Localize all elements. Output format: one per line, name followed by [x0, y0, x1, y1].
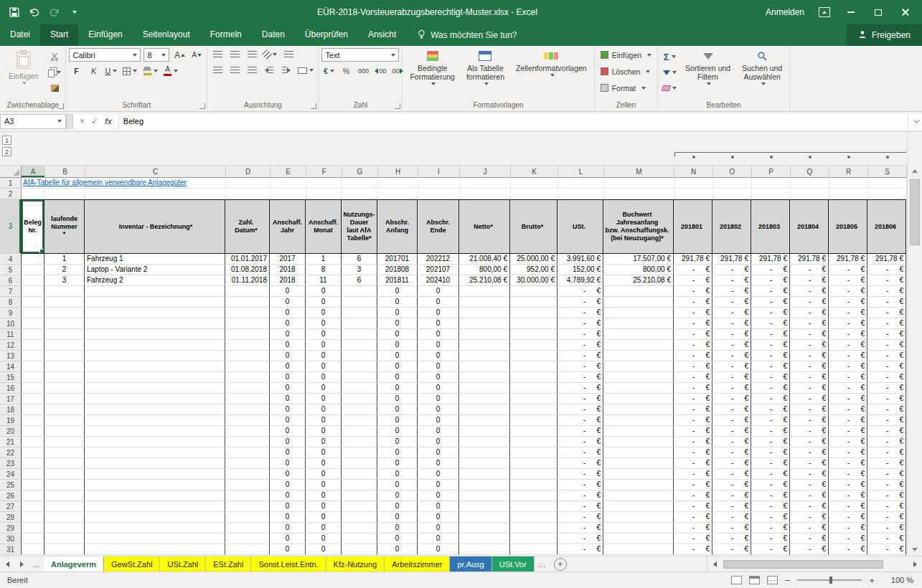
cell-R25[interactable]: -€	[829, 480, 867, 490]
cell-K27[interactable]	[510, 501, 558, 512]
cell-D24[interactable]	[225, 469, 270, 480]
cell-Q13[interactable]: -€	[790, 351, 829, 361]
cell-H21[interactable]: 0	[377, 437, 418, 447]
cell-G3[interactable]: Nutzungs- Dauer laut AfA Tabelle*	[342, 199, 377, 254]
tell-me-search[interactable]: Was möchten Sie tun?	[418, 24, 517, 46]
cell-O17[interactable]: -€	[712, 394, 751, 404]
cell-R4[interactable]: 291,78 €	[829, 254, 867, 265]
cell-B20[interactable]	[44, 426, 85, 437]
fill-color-button[interactable]	[141, 65, 159, 77]
cell-M15[interactable]	[603, 372, 674, 383]
cell-F6[interactable]: 11	[306, 275, 342, 286]
cell-C19[interactable]	[85, 415, 225, 426]
cell-F20[interactable]: 0	[306, 426, 342, 437]
cell-A14[interactable]	[21, 361, 44, 372]
cell-A2[interactable]	[22, 189, 45, 199]
minimize-button[interactable]	[845, 6, 857, 19]
cell-A10[interactable]	[21, 318, 44, 329]
cell-A7[interactable]	[21, 286, 44, 297]
cell-Q21[interactable]: -€	[790, 437, 829, 447]
cell-E21[interactable]: 0	[270, 437, 306, 447]
cell-J13[interactable]	[459, 351, 510, 361]
cell-G18[interactable]	[342, 404, 377, 415]
cell-H12[interactable]: 0	[377, 340, 418, 351]
cell-K15[interactable]	[510, 372, 558, 383]
cell-N14[interactable]: -€	[674, 361, 712, 372]
cell-K30[interactable]	[510, 534, 558, 544]
cell-P5[interactable]: -€	[751, 265, 790, 275]
row-header-1[interactable]: 1	[0, 178, 22, 189]
cell-Q7[interactable]: -€	[790, 286, 829, 297]
cell-N2[interactable]	[674, 189, 713, 199]
cell-F10[interactable]: 0	[306, 318, 342, 329]
cell-B11[interactable]	[44, 329, 85, 340]
col-header-B[interactable]: B	[45, 166, 85, 178]
cell-F12[interactable]: 0	[306, 340, 342, 351]
cell-R19[interactable]: -€	[829, 415, 867, 426]
cell-P3[interactable]: 201803	[751, 199, 790, 254]
cell-L2[interactable]	[558, 189, 604, 199]
cell-K1[interactable]	[511, 178, 558, 189]
cell-R14[interactable]: -€	[829, 361, 867, 372]
cell-F23[interactable]: 0	[306, 458, 342, 469]
cell-E13[interactable]: 0	[270, 351, 306, 361]
cell-A6[interactable]	[21, 275, 44, 286]
underline-button[interactable]: U	[103, 65, 118, 77]
cell-Q31[interactable]: -€	[790, 544, 829, 555]
cell-I5[interactable]: 202107	[418, 265, 459, 275]
row-header-19[interactable]: 19	[0, 415, 22, 426]
cell-L28[interactable]: -€	[558, 512, 603, 523]
cell-D31[interactable]	[225, 544, 270, 555]
cell-Q12[interactable]: -€	[790, 340, 829, 351]
cell-J7[interactable]	[459, 286, 510, 297]
cell-G12[interactable]	[342, 340, 377, 351]
cell-D8[interactable]	[225, 297, 270, 308]
scroll-down-arrow[interactable]	[908, 544, 922, 556]
cell-E27[interactable]: 0	[270, 501, 306, 512]
cell-A12[interactable]	[21, 340, 44, 351]
cell-I21[interactable]: 0	[418, 437, 459, 447]
cell-E25[interactable]: 0	[270, 480, 306, 490]
cell-Q5[interactable]: -€	[790, 265, 829, 275]
sheet-tab-ust-vor[interactable]: USt.Vor	[492, 556, 535, 572]
cell-I2[interactable]	[418, 189, 460, 199]
cell-P13[interactable]: -€	[751, 351, 790, 361]
undo-icon[interactable]	[29, 6, 40, 18]
cell-J16[interactable]	[459, 383, 510, 394]
cell-N9[interactable]: -€	[674, 308, 712, 318]
cell-L12[interactable]: -€	[558, 340, 603, 351]
cell-S7[interactable]: -€	[867, 286, 906, 297]
cell-H22[interactable]: 0	[377, 447, 418, 458]
cell-J25[interactable]	[459, 480, 510, 490]
cell-K13[interactable]	[510, 351, 558, 361]
cell-N29[interactable]: -€	[674, 523, 712, 534]
cell-H23[interactable]: 0	[377, 458, 418, 469]
cell-O15[interactable]: -€	[712, 372, 751, 383]
cell-C11[interactable]	[85, 329, 225, 340]
cell-I24[interactable]: 0	[418, 469, 459, 480]
cell-D26[interactable]	[225, 490, 270, 501]
cell-H31[interactable]: 0	[377, 544, 418, 555]
cell-S21[interactable]: -€	[867, 437, 906, 447]
cell-K4[interactable]: 25.000,00 €	[510, 254, 558, 265]
cell-O13[interactable]: -€	[712, 351, 751, 361]
cell-B28[interactable]	[44, 512, 85, 523]
cell-G27[interactable]	[342, 501, 377, 512]
zoom-out-button[interactable]: −	[785, 575, 791, 586]
cell-I27[interactable]: 0	[418, 501, 459, 512]
cell-R21[interactable]: -€	[829, 437, 867, 447]
cell-D19[interactable]	[225, 415, 270, 426]
cell-F26[interactable]: 0	[306, 490, 342, 501]
cell-M21[interactable]	[603, 437, 674, 447]
ribbon-tab-datei[interactable]: Datei	[0, 24, 40, 46]
row-header-9[interactable]: 9	[0, 308, 22, 318]
col-header-K[interactable]: K	[511, 166, 558, 178]
cell-E2[interactable]	[271, 189, 306, 199]
borders-button[interactable]	[121, 65, 138, 77]
vertical-scrollbar[interactable]	[907, 132, 922, 556]
number-format-select[interactable]: Text	[321, 48, 399, 62]
cell-N1[interactable]	[674, 178, 713, 189]
dialog-launcher-icon[interactable]	[199, 103, 205, 109]
cell-E10[interactable]: 0	[270, 318, 306, 329]
cell-K23[interactable]	[510, 458, 558, 469]
